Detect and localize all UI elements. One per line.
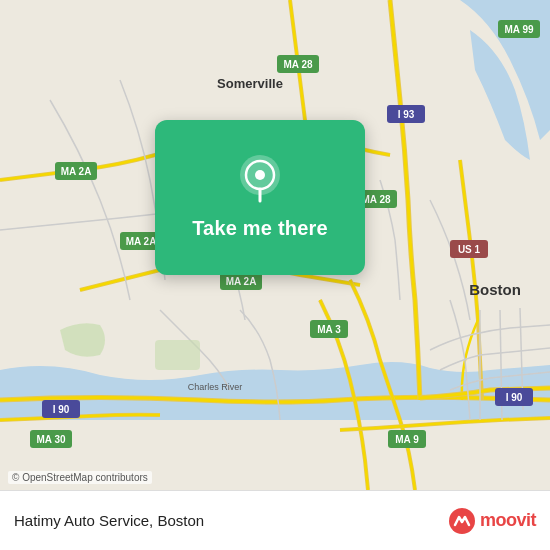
svg-text:MA 99: MA 99 [504, 24, 534, 35]
footer-bar: Hatimy Auto Service, Boston moovit [0, 490, 550, 550]
location-pin-icon [234, 155, 286, 207]
svg-text:I 90: I 90 [53, 404, 70, 415]
moovit-logo: moovit [448, 507, 536, 535]
svg-point-33 [255, 170, 265, 180]
location-label: Hatimy Auto Service, Boston [14, 512, 204, 529]
svg-text:MA 2A: MA 2A [226, 276, 257, 287]
svg-text:I 93: I 93 [398, 109, 415, 120]
moovit-text: moovit [480, 510, 536, 531]
svg-text:Boston: Boston [469, 281, 521, 298]
svg-text:I 90: I 90 [506, 392, 523, 403]
map-container: MA 2A MA 2A MA 2A MA 28 MA 28 I 93 I 90 … [0, 0, 550, 490]
svg-text:MA 2A: MA 2A [61, 166, 92, 177]
take-me-label: Take me there [192, 217, 328, 240]
svg-text:MA 3: MA 3 [317, 324, 341, 335]
map-copyright: © OpenStreetMap contributors [8, 471, 152, 484]
moovit-logo-icon [448, 507, 476, 535]
svg-text:MA 28: MA 28 [283, 59, 313, 70]
svg-text:MA 2A: MA 2A [126, 236, 157, 247]
svg-text:MA 30: MA 30 [36, 434, 66, 445]
svg-text:US 1: US 1 [458, 244, 481, 255]
svg-text:MA 28: MA 28 [361, 194, 391, 205]
svg-rect-1 [155, 340, 200, 370]
take-me-card[interactable]: Take me there [155, 120, 365, 275]
svg-text:MA 9: MA 9 [395, 434, 419, 445]
svg-text:Somerville: Somerville [217, 76, 283, 91]
svg-text:Charles River: Charles River [188, 382, 243, 392]
